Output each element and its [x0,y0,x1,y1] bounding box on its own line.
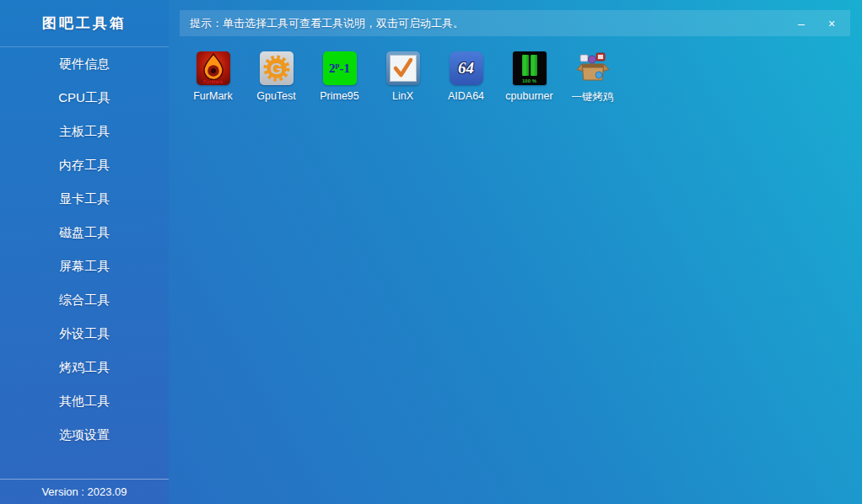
gear-g-icon: G [260,51,294,85]
package-box-icon [576,51,610,85]
tool-label: Prime95 [320,90,359,102]
sidebar-item-memory-tools[interactable]: 内存工具 [0,148,169,182]
tool-cpuburner[interactable]: 100 % cpuburner [498,51,561,105]
sidebar-item-motherboard-tools[interactable]: 主板工具 [0,115,169,148]
tool-gputest[interactable]: G GpuTest [245,51,308,105]
furmark-icon-text: FurMark [197,79,230,84]
tool-label: LinX [392,90,413,102]
tool-furmark[interactable]: FurMark FurMark [181,51,245,105]
cpu-load-bars-icon: 100 % [513,51,547,85]
sidebar-item-comprehensive-tools[interactable]: 综合工具 [0,283,169,317]
aida64-icon-text: 64 [458,59,474,78]
sidebar-item-screen-tools[interactable]: 屏幕工具 [0,249,169,283]
load-bar [522,55,529,76]
checkmark-panel [390,55,417,82]
main-area: 提示：单击选择工具可查看工具说明，双击可启动工具。 – × FurMark Fu… [169,0,862,504]
tool-label: FurMark [193,90,233,102]
cpuburner-icon-text: 100 % [513,78,547,83]
version-label: Version : 2023.09 [0,479,169,504]
sidebar-item-cpu-tools[interactable]: CPU工具 [0,81,169,115]
tools-row: FurMark FurMark G GpuTest 2p-1 [181,51,624,105]
sidebar-item-hardware-info[interactable]: 硬件信息 [0,47,169,81]
tool-one-key-stress-test[interactable]: 一键烤鸡 [561,51,624,105]
tool-label: cpuburner [505,90,552,102]
sidebar-item-other-tools[interactable]: 其他工具 [0,384,169,418]
tool-aida64[interactable]: 64 AIDA64 [434,51,498,105]
furmark-flame-icon: FurMark [197,51,230,85]
sidebar-item-peripheral-tools[interactable]: 外设工具 [0,317,169,351]
load-bar [531,55,537,76]
tool-label: GpuTest [256,90,296,102]
tool-label: 一键烤鸡 [572,90,614,105]
aida64-badge-icon: 64 [450,51,483,85]
mersenne-prime-icon: 2p-1 [323,51,357,85]
sidebar-item-disk-tools[interactable]: 磁盘工具 [0,216,169,249]
hint-bar: 提示：单击选择工具可查看工具说明，双击可启动工具。 – × [180,10,850,36]
prime95-formula: 2p-1 [329,62,350,75]
sidebar-item-gpu-tools[interactable]: 显卡工具 [0,182,169,216]
gputest-icon-text: G [270,60,283,78]
minimize-button[interactable]: – [793,15,810,32]
sidebar: 图吧工具箱 硬件信息 CPU工具 主板工具 内存工具 显卡工具 磁盘工具 屏幕工… [0,0,169,504]
checkmark-icon [386,51,420,85]
sidebar-item-options-settings[interactable]: 选项设置 [0,418,169,452]
hint-text: 提示：单击选择工具可查看工具说明，双击可启动工具。 [190,16,464,31]
sidebar-item-stress-test-tools[interactable]: 烤鸡工具 [0,351,169,384]
app-window: 图吧工具箱 硬件信息 CPU工具 主板工具 内存工具 显卡工具 磁盘工具 屏幕工… [0,0,862,504]
sidebar-nav: 硬件信息 CPU工具 主板工具 内存工具 显卡工具 磁盘工具 屏幕工具 综合工具… [0,47,169,452]
tool-linx[interactable]: LinX [371,51,434,105]
app-title: 图吧工具箱 [0,0,169,47]
close-button[interactable]: × [823,15,840,32]
window-controls: – × [793,15,840,32]
tool-prime95[interactable]: 2p-1 Prime95 [308,51,371,105]
tool-label: AIDA64 [448,90,484,102]
